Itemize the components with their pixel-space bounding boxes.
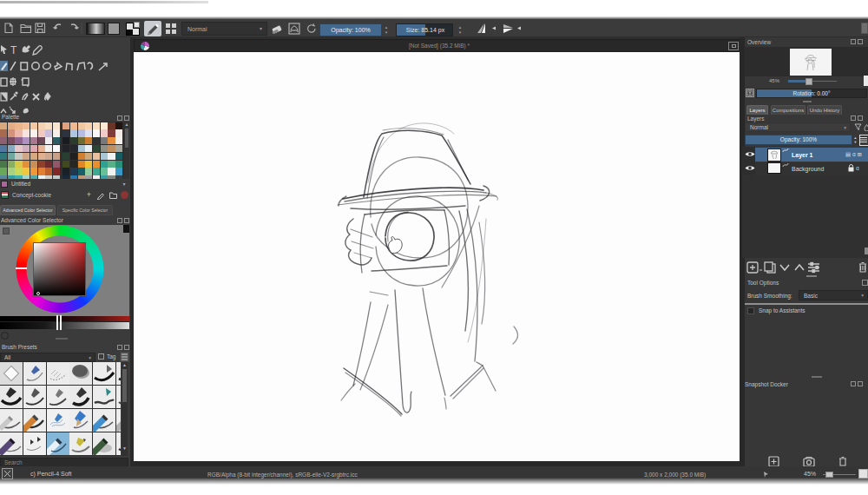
svg-text:T: T (10, 44, 17, 56)
